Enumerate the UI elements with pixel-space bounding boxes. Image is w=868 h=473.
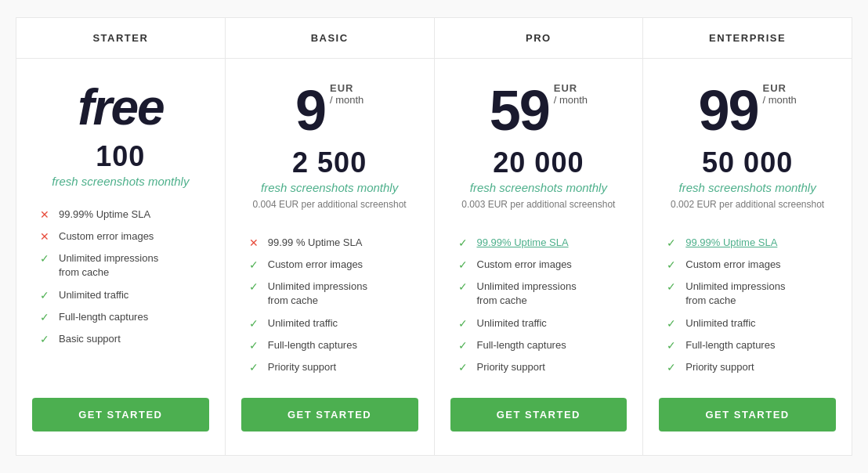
plan-pro-feature-5: ✓Priority support [458,356,620,378]
plan-starter-price-row: free [32,82,209,132]
plan-basic-feature-text-2: Unlimited impressionsfrom cache [268,280,367,308]
plan-pro-price-row: 59EUR/ month [450,82,627,139]
check-icon: ✓ [249,280,262,293]
plan-pro-get-started[interactable]: GET STARTED [450,398,627,431]
plan-starter-feature-text-2: Unlimited impressionsfrom cache [59,251,158,280]
plan-starter-count: 100 [32,140,209,173]
plan-basic-price: 9 [295,82,325,139]
plan-basic-feature-text-0: 99.99 % Uptime SLA [268,236,363,250]
plan-starter: STARTERfree100fresh screenshots monthly✕… [16,18,226,455]
plan-enterprise-feature-text-0: 99.99% Uptime SLA [685,236,777,250]
check-icon: ✓ [458,236,471,249]
plan-enterprise-price-row: 99EUR/ month [659,82,836,139]
plan-starter-count-label: fresh screenshots monthly [32,175,209,188]
plan-pro-count: 20 000 [450,146,627,179]
plan-basic-feature-0: ✕99.99 % Uptime SLA [249,232,410,254]
plan-enterprise-features: ✓99.99% Uptime SLA✓Custom error images✓U… [643,224,852,386]
plan-starter-header: STARTER [16,18,225,59]
plan-pro-feature-2: ✓Unlimited impressionsfrom cache [458,276,620,312]
plan-basic-feature-2: ✓Unlimited impressionsfrom cache [249,276,410,312]
plan-starter-feature-text-1: Custom error images [59,229,154,244]
plan-starter-feature-text-0: 99.99% Uptime SLA [59,208,150,222]
check-icon: ✓ [249,258,262,271]
plan-starter-get-started[interactable]: GET STARTED [32,398,209,431]
plan-pro-currency: EUR [554,82,577,94]
check-icon: ✓ [667,361,679,374]
plan-pro-feature-text-5: Priority support [477,360,545,374]
plan-pro-feature-0: ✓99.99% Uptime SLA [458,232,620,254]
check-icon: ✓ [458,339,471,352]
check-icon: ✓ [458,280,471,293]
plan-enterprise-period: / month [762,94,796,106]
plan-enterprise-header: ENTERPRISE [643,18,852,59]
plan-starter-feature-2: ✓Unlimited impressionsfrom cache [40,247,201,283]
plan-basic-feature-text-4: Full-length captures [268,338,357,352]
check-icon: ✓ [249,361,262,374]
plan-enterprise-feature-5: ✓Priority support [667,356,828,378]
plan-pro-feature-1: ✓Custom error images [458,254,620,276]
check-icon: ✓ [667,258,679,271]
plan-enterprise-feature-4: ✓Full-length captures [667,334,828,356]
plan-basic-feature-4: ✓Full-length captures [249,334,410,356]
check-icon: ✓ [667,236,679,249]
plan-enterprise-get-started[interactable]: GET STARTED [659,398,836,431]
plan-basic-extra-cost: 0.004 EUR per additional screenshot [241,199,418,210]
plan-pro-feature-text-2: Unlimited impressionsfrom cache [477,280,577,308]
cross-icon: ✕ [40,208,52,221]
plan-enterprise-price-unit: EUR/ month [762,82,796,112]
plan-starter-price: free [78,82,163,132]
plan-basic-feature-text-1: Custom error images [268,258,363,272]
check-icon: ✓ [667,280,679,293]
plan-starter-price-area: free100fresh screenshots monthly [16,59,225,196]
plan-pro-header: PRO [435,18,643,59]
plan-basic-period: / month [330,94,363,106]
plan-pro-feature-4: ✓Full-length captures [458,334,620,356]
plan-enterprise: ENTERPRISE99EUR/ month50 000fresh screen… [643,18,852,455]
plan-starter-feature-3: ✓Unlimited traffic [40,284,201,306]
plan-pro: PRO59EUR/ month20 000fresh screenshots m… [435,18,644,455]
plan-starter-feature-0: ✕99.99% Uptime SLA [40,204,201,226]
plan-enterprise-count-label: fresh screenshots monthly [659,181,836,194]
plan-basic-get-started[interactable]: GET STARTED [241,398,418,431]
check-icon: ✓ [667,339,679,352]
plan-enterprise-feature-text-1: Custom error images [685,258,780,272]
check-icon: ✓ [249,339,262,352]
plan-enterprise-count: 50 000 [659,146,836,179]
plan-basic-feature-text-3: Unlimited traffic [268,316,338,330]
plan-enterprise-price: 99 [698,82,758,139]
plan-enterprise-feature-3: ✓Unlimited traffic [667,312,828,334]
check-icon: ✓ [458,361,471,374]
plan-pro-feature-text-1: Custom error images [477,258,572,272]
plan-enterprise-feature-text-4: Full-length captures [685,338,775,352]
plan-enterprise-feature-text-2: Unlimited impressionsfrom cache [685,280,785,308]
plan-basic-price-unit: EUR/ month [330,82,363,112]
check-icon: ✓ [249,317,262,330]
plan-pro-price-unit: EUR/ month [554,82,588,112]
plan-enterprise-currency: EUR [762,82,786,94]
plan-basic-price-area: 9EUR/ month2 500fresh screenshots monthl… [226,59,434,224]
check-icon: ✓ [458,317,471,330]
check-icon: ✓ [40,333,52,345]
plan-starter-feature-4: ✓Full-length captures [40,306,201,328]
plan-pro-feature-text-0: 99.99% Uptime SLA [477,236,569,250]
plan-basic-header: BASIC [226,18,434,59]
check-icon: ✓ [40,311,52,323]
plan-basic-features: ✕99.99 % Uptime SLA✓Custom error images✓… [226,224,434,386]
check-icon: ✓ [458,258,471,271]
cross-icon: ✕ [249,236,262,249]
plan-enterprise-feature-1: ✓Custom error images [667,254,828,276]
plan-basic-feature-text-5: Priority support [268,360,336,374]
check-icon: ✓ [40,252,52,265]
plan-starter-features: ✕99.99% Uptime SLA✕Custom error images✓U… [16,196,225,386]
plan-pro-price: 59 [490,82,549,139]
plan-pro-feature-text-4: Full-length captures [477,338,566,352]
plan-pro-count-label: fresh screenshots monthly [450,181,627,194]
plan-starter-feature-text-5: Basic support [59,332,121,346]
plan-pro-feature-3: ✓Unlimited traffic [458,312,620,334]
plan-starter-feature-text-4: Full-length captures [59,310,148,324]
plan-enterprise-price-area: 99EUR/ month50 000fresh screenshots mont… [643,59,852,224]
plan-basic-feature-1: ✓Custom error images [249,254,410,276]
plan-basic-count: 2 500 [241,146,418,179]
plan-basic-count-label: fresh screenshots monthly [241,181,418,194]
plan-pro-feature-text-3: Unlimited traffic [477,316,547,330]
